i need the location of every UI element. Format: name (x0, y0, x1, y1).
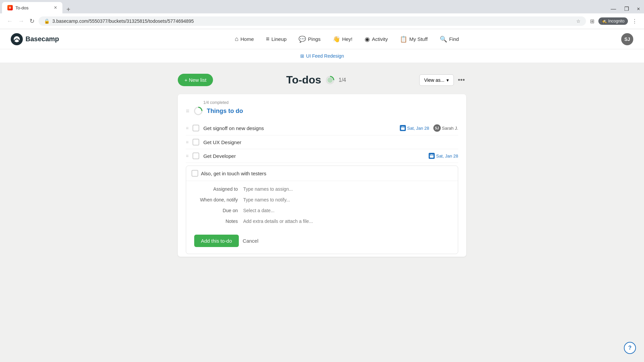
main-content: + New list To-dos 1/4 View as... (0, 63, 644, 362)
tab-close-button[interactable]: × (54, 5, 57, 11)
date-text: Sat, Jan 28 (407, 126, 429, 131)
todo-text: Get Developer (203, 153, 425, 159)
todo-checkbox[interactable] (193, 125, 199, 131)
breadcrumb-link[interactable]: ⊞ UI Feed Redesign (300, 53, 344, 59)
todo-date: Sat, Jan 28 (429, 153, 458, 159)
tab-title: To-dos (15, 5, 51, 10)
when-done-row: When done, notify (194, 197, 450, 202)
add-todo-button[interactable]: Add this to-do (194, 235, 239, 247)
bookmark-star-icon[interactable]: ☆ (576, 18, 581, 24)
app: Basecamp ⌂ Home ≡ Lineup 💬 Pings 👋 Hey! … (0, 29, 644, 362)
page-title-area: To-dos 1/4 (213, 74, 419, 86)
nav-home-link[interactable]: ⌂ Home (229, 33, 259, 45)
forward-button[interactable]: → (17, 16, 25, 26)
assigned-to-label: Assigned to (194, 186, 238, 192)
home-icon: ⌂ (235, 36, 238, 43)
browser-tab[interactable]: B To-dos × (2, 2, 62, 13)
more-options-button[interactable]: ••• (457, 75, 466, 85)
browser-controls: ← → ↻ 🔒 ☆ ⊞ 🕵 Incognito ⋮ (0, 13, 644, 29)
due-on-row: Due on (194, 208, 450, 213)
hey-icon: 👋 (333, 36, 340, 43)
date-text: Sat, Jan 28 (436, 154, 458, 159)
browser-action-buttons: ⊞ 🕵 Incognito ⋮ (589, 17, 639, 26)
window-maximize-button[interactable]: ❐ (620, 4, 633, 13)
page-title-text: To-dos (286, 74, 321, 86)
url-input[interactable] (52, 18, 574, 24)
logo-icon (11, 33, 23, 45)
section-title-link[interactable]: Things to do (207, 108, 243, 115)
new-list-button[interactable]: + New list (178, 74, 213, 86)
find-icon: 🔍 (440, 36, 447, 43)
new-tab-button[interactable]: + (62, 6, 74, 13)
mystuff-icon: 📋 (400, 36, 407, 43)
drag-handle-icon[interactable]: ≡ (186, 108, 190, 115)
todo-text: Get signoff on new designs (203, 125, 396, 131)
back-button[interactable]: ← (5, 16, 14, 26)
new-todo-input-row (186, 166, 458, 181)
nav-mystuff-label: My Stuff (409, 36, 428, 42)
new-todo-checkbox (192, 170, 198, 177)
breadcrumb-area: ⊞ UI Feed Redesign (0, 49, 644, 63)
nav-activity-link[interactable]: ◉ Activity (359, 33, 393, 46)
user-avatar[interactable]: SJ (621, 33, 633, 45)
todo-section: 1/4 completed ≡ Things to do ≡ Get signo… (178, 94, 466, 257)
item-drag-handle[interactable]: ≡ (186, 139, 189, 145)
assigned-to-row: Assigned to (194, 186, 450, 192)
todo-checkbox[interactable] (193, 139, 199, 145)
svg-point-3 (327, 77, 333, 83)
toolbar-right: View as... ▾ ••• (419, 74, 466, 86)
todo-text: Get UX Designer (203, 139, 458, 145)
nav-pings-link[interactable]: 💬 Pings (293, 33, 326, 46)
when-done-input[interactable] (243, 197, 450, 202)
incognito-badge: 🕵 Incognito (598, 17, 628, 25)
view-as-label: View as... (424, 77, 444, 83)
basecamp-logo-svg (13, 36, 20, 43)
svg-rect-6 (401, 126, 405, 130)
notes-input[interactable] (243, 219, 450, 224)
todo-item: ≡ Get Developer Sat, Jan 28 (186, 149, 458, 163)
extensions-button[interactable]: ⊞ (589, 17, 596, 26)
lineup-icon: ≡ (266, 36, 270, 43)
assignee-info: SJ Sarah J. (433, 124, 458, 132)
nav-hey-link[interactable]: 👋 Hey! (327, 33, 358, 46)
nav-activity-label: Activity (372, 36, 388, 42)
browser-chrome: B To-dos × + — ❐ × ← → ↻ 🔒 ☆ ⊞ 🕵 Incogni… (0, 0, 644, 29)
new-todo-text-input[interactable] (201, 171, 452, 176)
todo-checkbox[interactable] (193, 153, 199, 159)
logo-text: Basecamp (25, 35, 59, 43)
notes-label: Notes (194, 219, 238, 224)
progress-count: 1/4 (339, 77, 346, 83)
browser-menu-button[interactable]: ⋮ (631, 17, 639, 26)
svg-rect-10 (430, 154, 434, 158)
window-minimize-button[interactable]: — (607, 4, 620, 13)
view-as-chevron: ▾ (446, 77, 449, 83)
toolbar: + New list To-dos 1/4 View as... (178, 74, 466, 86)
assigned-to-input[interactable] (243, 186, 450, 192)
nav-home-label: Home (240, 36, 254, 42)
view-as-button[interactable]: View as... ▾ (419, 74, 454, 86)
notes-row: Notes (194, 219, 450, 224)
address-bar[interactable]: 🔒 ☆ (39, 16, 586, 26)
date-calendar-icon (429, 153, 435, 159)
nav-find-link[interactable]: 🔍 Find (434, 33, 464, 46)
nav-pings-label: Pings (308, 36, 321, 42)
progress-circle-header (325, 75, 335, 85)
assignee-avatar: SJ (433, 124, 441, 132)
cancel-button[interactable]: Cancel (243, 238, 259, 244)
content-area: + New list To-dos 1/4 View as... (171, 63, 473, 267)
refresh-button[interactable]: ↻ (28, 16, 36, 26)
todo-item: ≡ Get UX Designer (186, 135, 458, 149)
nav-bar: Basecamp ⌂ Home ≡ Lineup 💬 Pings 👋 Hey! … (0, 29, 644, 49)
item-drag-handle[interactable]: ≡ (186, 153, 189, 159)
window-close-button[interactable]: × (633, 4, 644, 13)
help-button[interactable]: ? (624, 342, 636, 354)
due-on-input[interactable] (243, 208, 450, 213)
item-drag-handle[interactable]: ≡ (186, 125, 189, 131)
nav-mystuff-link[interactable]: 📋 My Stuff (394, 33, 433, 46)
page-title: To-dos 1/4 (286, 74, 346, 86)
grid-icon: ⊞ (300, 53, 304, 59)
nav-lineup-link[interactable]: ≡ Lineup (261, 33, 292, 45)
nav-logo[interactable]: Basecamp (11, 33, 59, 45)
nav-links: ⌂ Home ≡ Lineup 💬 Pings 👋 Hey! ◉ Activit… (72, 33, 621, 46)
form-actions: Add this to-do Cancel (186, 229, 458, 254)
